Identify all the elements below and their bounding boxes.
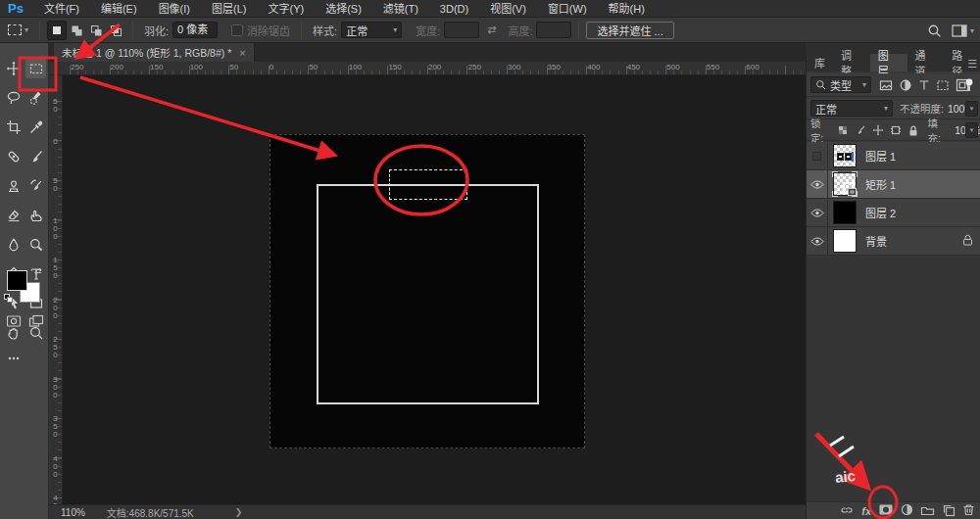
filter-shape-layers-icon[interactable] [936,78,950,92]
lock-artboard-icon[interactable] [890,124,902,136]
ruler-label: 250 [51,335,60,358]
layer-thumbnail[interactable] [833,172,857,196]
workspace-switcher-icon[interactable]: ▾ [952,24,974,37]
lasso-tool[interactable] [3,88,24,108]
filter-type-dropdown[interactable]: 类型 ▾ [810,76,871,93]
ruler-label: 0 [270,63,273,71]
opacity-scrubber[interactable]: ▾ [965,101,978,117]
clone-stamp-tool[interactable] [3,176,24,196]
menu-item[interactable]: 滤镜(T) [372,0,429,18]
panel-menu-icon[interactable]: ☰ [967,58,977,71]
visibility-toggle[interactable] [807,142,828,170]
delete-layer-icon[interactable] [962,503,975,518]
horizontal-ruler[interactable]: 2502001501005005010015020025030035040045… [49,62,806,75]
layer-thumbnail[interactable] [833,144,857,167]
lock-position-icon[interactable] [872,124,884,136]
status-chevron-icon[interactable]: ❯ [235,507,243,517]
filter-adjustment-layers-icon[interactable] [899,78,912,92]
tab-layers[interactable]: 图层 [870,54,907,71]
layer-row[interactable]: 图层 1 [807,142,980,170]
tool-preset-button[interactable]: ▾ [8,24,28,35]
layer-thumbnail[interactable] [833,201,857,224]
visibility-toggle[interactable] [807,199,828,227]
add-layer-mask-icon[interactable] [878,503,894,518]
layer-name[interactable]: 图层 1 [865,148,980,164]
lock-all-icon[interactable] [907,124,919,137]
layer-style-fx-icon[interactable]: fx [861,505,871,517]
swap-colors-icon[interactable]: ⇄ [34,266,42,276]
foreground-color-swatch[interactable] [7,270,27,291]
eraser-tool[interactable] [3,206,24,225]
tab-adjustments[interactable]: 调整 [833,54,870,71]
feather-input[interactable]: 0 像素 [172,22,218,38]
blur-tool[interactable] [3,235,24,255]
canvas-viewport[interactable] [63,75,806,504]
link-layers-icon[interactable] [839,504,855,518]
fill-scrubber[interactable]: ▾ [965,122,978,138]
default-colors-icon[interactable] [4,294,14,304]
spot-healing-brush-tool[interactable] [3,147,24,166]
ruler-label: 100 [51,216,60,240]
layer-row-background[interactable]: 背景 [807,227,980,256]
visibility-toggle[interactable] [807,170,828,199]
filter-pixel-layers-icon[interactable] [879,78,893,92]
menu-item[interactable]: 编辑(E) [90,0,148,18]
quick-selection-tool[interactable] [25,88,46,108]
layer-thumbnail[interactable] [833,229,857,253]
layer-name[interactable]: 背景 [865,233,962,249]
menu-item[interactable]: 图像(I) [148,0,201,18]
quick-mask-button[interactable] [4,313,24,329]
antialias-checkbox[interactable] [231,24,243,36]
menu-item[interactable]: 图层(L) [201,0,257,18]
menu-item[interactable]: 文字(Y) [257,0,315,18]
new-selection-button[interactable] [47,21,67,40]
zoom-level[interactable]: 110% [61,507,85,518]
layer-name[interactable]: 矩形 1 [865,176,980,192]
menu-item[interactable]: 视图(V) [479,0,537,18]
new-group-icon[interactable] [920,504,935,518]
select-and-mask-button[interactable]: 选择并遮住 ... [586,22,673,39]
document-tab[interactable]: 未标题-1 @ 110% (矩形 1, RGB/8#) * × [54,43,255,62]
layer-row-selected[interactable]: 矩形 1 [807,170,980,199]
menu-item[interactable]: 选择(S) [315,0,372,18]
style-dropdown[interactable]: 正常 ▾ [341,22,402,38]
search-icon[interactable] [927,24,942,38]
subtract-from-selection-button[interactable] [86,21,106,40]
menu-item[interactable]: 帮助(H) [598,0,656,18]
close-tab-icon[interactable]: × [239,47,245,59]
add-to-selection-button[interactable] [67,21,86,40]
brush-tool[interactable] [25,147,46,166]
move-tool[interactable] [3,59,24,78]
more-tools-ellipsis[interactable] [3,349,24,368]
history-brush-tool[interactable] [25,176,46,196]
vertical-ruler[interactable]: 50050100150200250300350400450 [49,75,63,504]
lock-pixels-icon[interactable] [855,124,866,136]
ruler-label: 0 [51,137,60,145]
layer-row[interactable]: 图层 2 [807,199,980,227]
rectangular-marquee-tool[interactable] [25,59,46,78]
filter-toggle-pin-icon[interactable] [963,77,975,93]
smudge-tool[interactable] [25,206,46,225]
menu-item[interactable]: 窗口(W) [537,0,598,18]
menu-item[interactable]: 3D(D) [429,0,479,18]
blend-mode-dropdown[interactable]: 正常 ▾ [810,100,893,117]
new-adjustment-layer-icon[interactable] [901,503,913,518]
new-layer-icon[interactable] [942,503,956,519]
dodge-tool[interactable] [25,235,46,255]
screen-mode-button[interactable] [26,313,46,329]
width-input[interactable] [444,22,479,38]
height-input[interactable] [536,22,571,38]
filter-type-layers-icon[interactable] [918,78,930,92]
intersect-selection-button[interactable] [106,21,125,40]
eyedropper-tool[interactable] [25,118,46,137]
tab-libraries[interactable]: 库 [807,54,833,71]
layer-name[interactable]: 图层 2 [865,205,980,220]
ruler-label: 500 [666,63,679,71]
lock-transparency-icon[interactable] [837,124,849,136]
visibility-toggle[interactable] [807,227,828,256]
separator [301,22,302,39]
tab-channels[interactable]: 通道 [907,54,945,71]
menu-item[interactable]: 文件(F) [33,0,90,18]
crop-tool[interactable] [3,118,24,137]
swap-width-height-icon[interactable]: ⇄ [487,24,496,36]
